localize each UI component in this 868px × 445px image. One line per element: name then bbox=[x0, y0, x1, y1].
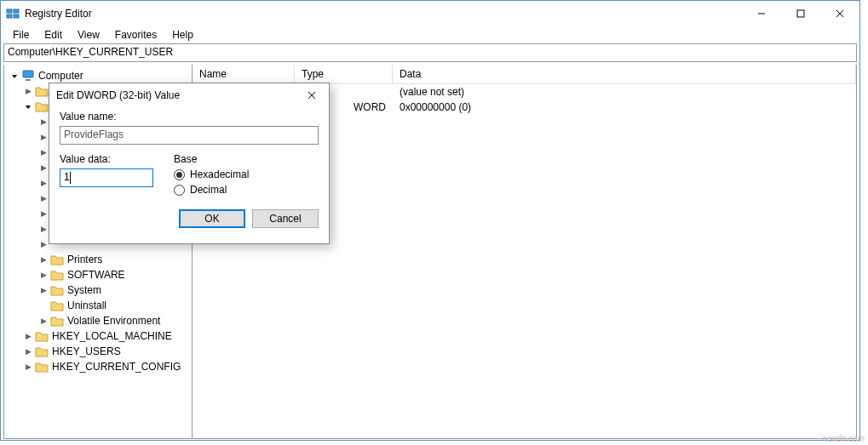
radio-decimal[interactable]: Decimal bbox=[174, 184, 249, 196]
value-data-text: 1 bbox=[64, 171, 70, 183]
expander-icon[interactable]: ▶ bbox=[23, 86, 33, 96]
folder-icon bbox=[50, 300, 64, 311]
tree-node-hklm[interactable]: ▶ HKEY_LOCAL_MACHINE bbox=[4, 328, 192, 344]
dialog-body: Value name: ProvideFlags Value data: 1 B… bbox=[49, 107, 329, 203]
menu-view[interactable]: View bbox=[71, 27, 106, 43]
value-name-label: Value name: bbox=[60, 111, 319, 123]
tree-node-system[interactable]: ▶ System bbox=[4, 282, 192, 298]
folder-icon bbox=[50, 284, 64, 296]
folder-icon bbox=[35, 330, 49, 342]
column-type[interactable]: Type bbox=[295, 65, 393, 83]
tree-node-computer[interactable]: Computer bbox=[4, 68, 192, 83]
radio-label: Decimal bbox=[190, 184, 227, 196]
expander-icon[interactable]: ▶ bbox=[38, 132, 49, 142]
column-data[interactable]: Data bbox=[393, 65, 856, 83]
expander-icon[interactable]: ▶ bbox=[38, 163, 49, 173]
folder-icon bbox=[35, 100, 49, 112]
menu-file[interactable]: File bbox=[6, 27, 36, 43]
watermark: wsxdn.com bbox=[822, 434, 865, 443]
expander-icon[interactable]: ▶ bbox=[38, 285, 49, 295]
tree-label: HKEY_USERS bbox=[52, 345, 121, 357]
value-name-field[interactable]: ProvideFlags bbox=[60, 126, 319, 145]
radio-label: Hexadecimal bbox=[190, 168, 249, 180]
tree-label: Printers bbox=[67, 254, 102, 265]
cell-data: 0x00000000 (0) bbox=[393, 101, 856, 113]
tree-node-volatile-environment[interactable]: ▶ Volatile Environment bbox=[4, 313, 192, 328]
tree-node-uninstall[interactable]: Uninstall bbox=[4, 298, 192, 313]
expander-icon[interactable]: ▶ bbox=[38, 117, 49, 127]
menu-edit[interactable]: Edit bbox=[37, 27, 69, 43]
menubar: File Edit View Favorites Help bbox=[1, 26, 859, 43]
base-label: Base bbox=[174, 153, 249, 165]
expander-icon[interactable] bbox=[9, 71, 20, 81]
tree-label: Computer bbox=[38, 70, 83, 82]
list-header: Name Type Data bbox=[193, 65, 856, 84]
svg-rect-0 bbox=[7, 9, 12, 13]
tree-node-software[interactable]: ▶ SOFTWARE bbox=[4, 267, 192, 282]
tree-label: HKEY_LOCAL_MACHINE bbox=[52, 330, 172, 342]
svg-rect-9 bbox=[26, 79, 31, 81]
radio-icon bbox=[174, 185, 185, 196]
folder-icon bbox=[50, 269, 64, 281]
tree-label: SOFTWARE bbox=[67, 269, 125, 281]
titlebar: Registry Editor bbox=[1, 1, 859, 26]
folder-icon bbox=[35, 345, 49, 357]
expander-icon[interactable]: ▶ bbox=[38, 254, 49, 265]
tree-node-printers[interactable]: ▶ Printers bbox=[4, 252, 192, 267]
cancel-button[interactable]: Cancel bbox=[252, 209, 319, 228]
menu-help[interactable]: Help bbox=[165, 27, 200, 43]
expander-icon[interactable]: ▶ bbox=[38, 208, 49, 219]
svg-rect-3 bbox=[14, 14, 19, 18]
window-title: Registry Editor bbox=[25, 8, 742, 20]
edit-dword-dialog: Edit DWORD (32-bit) Value Value name: Pr… bbox=[49, 83, 330, 244]
expander-icon[interactable]: ▶ bbox=[38, 193, 49, 203]
svg-rect-2 bbox=[14, 9, 19, 13]
expander-icon[interactable]: ▶ bbox=[38, 147, 49, 157]
folder-icon bbox=[35, 85, 49, 97]
expander-icon[interactable]: ▶ bbox=[38, 239, 49, 249]
dialog-title: Edit DWORD (32-bit) Value bbox=[56, 89, 295, 101]
folder-icon bbox=[50, 254, 64, 265]
radio-icon bbox=[174, 169, 185, 180]
tree-label: Volatile Environment bbox=[67, 315, 160, 327]
expander-icon[interactable]: ▶ bbox=[38, 270, 49, 280]
svg-rect-5 bbox=[797, 10, 804, 17]
expander-icon[interactable]: ▶ bbox=[23, 331, 33, 341]
expander-icon[interactable]: ▶ bbox=[23, 362, 33, 372]
tree-node-hku[interactable]: ▶ HKEY_USERS bbox=[4, 344, 192, 359]
regedit-icon bbox=[6, 7, 20, 20]
menu-favorites[interactable]: Favorites bbox=[108, 27, 164, 43]
column-name[interactable]: Name bbox=[193, 65, 295, 83]
expander-icon[interactable]: ▶ bbox=[38, 178, 49, 188]
minimize-button[interactable] bbox=[742, 1, 781, 26]
expander-icon[interactable]: ▶ bbox=[38, 316, 49, 326]
dialog-titlebar: Edit DWORD (32-bit) Value bbox=[49, 83, 329, 107]
value-data-field[interactable]: 1 bbox=[60, 168, 153, 187]
folder-icon bbox=[35, 361, 49, 373]
expander-icon[interactable]: ▶ bbox=[23, 346, 33, 357]
address-bar[interactable]: Computer\HKEY_CURRENT_USER bbox=[3, 43, 857, 62]
tree-label: Uninstall bbox=[67, 300, 106, 311]
cell-data: (value not set) bbox=[393, 86, 856, 98]
base-group: Base Hexadecimal Decimal bbox=[174, 153, 249, 199]
tree-node-hkcc[interactable]: ▶ HKEY_CURRENT_CONFIG bbox=[4, 359, 192, 374]
svg-rect-8 bbox=[23, 71, 33, 77]
expander-icon[interactable]: ▶ bbox=[38, 224, 49, 234]
folder-icon bbox=[50, 315, 64, 327]
tree-label: System bbox=[67, 284, 101, 296]
maximize-button[interactable] bbox=[781, 1, 820, 26]
svg-rect-1 bbox=[7, 14, 12, 18]
computer-icon bbox=[21, 70, 35, 82]
expander-icon[interactable] bbox=[38, 300, 49, 311]
dialog-close-button[interactable] bbox=[295, 83, 329, 107]
close-button[interactable] bbox=[820, 1, 859, 26]
value-data-label: Value data: bbox=[60, 153, 153, 165]
ok-button[interactable]: OK bbox=[179, 209, 245, 228]
radio-hexadecimal[interactable]: Hexadecimal bbox=[174, 168, 249, 180]
tree-label: HKEY_CURRENT_CONFIG bbox=[52, 361, 181, 373]
expander-icon[interactable] bbox=[23, 101, 33, 111]
